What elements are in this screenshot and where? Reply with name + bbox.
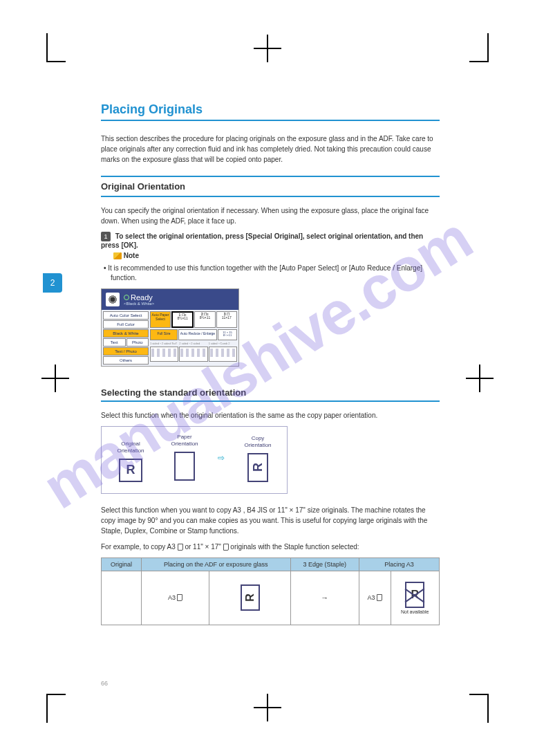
auto-paper-button[interactable]: Auto Paper Select (150, 311, 171, 328)
note-bullet: It is recommended to use this function t… (111, 264, 440, 283)
body-text: You can specify the original orientation… (101, 205, 440, 226)
copier-icon (106, 293, 120, 306)
printer-display: Ready <Black & White> Auto Color Select … (101, 288, 239, 367)
note-label: Note (124, 252, 139, 259)
auto-reduce-button[interactable]: Auto Reduce / Enlarge (178, 329, 217, 340)
duplex-1[interactable] (150, 347, 178, 362)
section-2-title: Selecting the standard orientation (101, 387, 440, 402)
orient-label-3: Copy Orientation (237, 435, 279, 448)
tray-2[interactable]: 2 ☐≡8½×11 (194, 311, 215, 328)
not-available: Not available (395, 609, 435, 614)
page-number: 66 (101, 680, 108, 687)
paper-orient-icon (174, 452, 195, 481)
cell-size-2: A3 (359, 571, 391, 625)
original-paper-icon: R (119, 459, 142, 482)
chapter-tab: 2 (43, 273, 62, 293)
text-photo-button[interactable]: Text / Photo (103, 347, 149, 356)
note-icon (113, 252, 122, 259)
copy-orient-icon: R (247, 453, 268, 482)
landscape-icon (377, 594, 382, 601)
status-mode: <Black & White> (124, 302, 154, 306)
landscape-icon (223, 544, 229, 551)
body-3: Select this function when you want to co… (101, 505, 440, 536)
landscape-icon (178, 544, 183, 551)
others-button[interactable]: Others (103, 356, 149, 365)
intro-text: This section describes the procedure for… (101, 133, 440, 165)
auto-color-button[interactable]: Auto Color Select (103, 311, 149, 320)
orientation-diagram: Original Orientation R Paper Orientation… (101, 426, 288, 493)
duplex-labels: 1 sided→2 sided:TtoT2 sided→2 sided1 sid… (150, 342, 237, 345)
body-2: Select this function when the original o… (101, 410, 440, 421)
status-ready: Ready (124, 293, 154, 302)
orientation-table: Original Placing on the ADF or exposure … (101, 557, 440, 625)
cell-size-1: A3 (141, 571, 209, 625)
orient-label-2: Paper Orientation (164, 434, 205, 447)
cell-original (102, 571, 142, 625)
step-text: To select the original orientation, pres… (101, 232, 423, 249)
page-content: Placing Originals This section describes… (101, 102, 440, 625)
th-staple: 3 Edge (Staple) (290, 557, 359, 571)
cell-paper-bad: R Not available (391, 571, 439, 625)
cell-paper-1: R (209, 571, 290, 625)
cell-arrow: → (290, 571, 359, 625)
page-title: Placing Originals (101, 102, 440, 121)
th-placing-a3: Placing A3 (359, 557, 440, 571)
bw-button[interactable]: Black & White (103, 329, 149, 338)
duplex-2[interactable] (179, 347, 207, 362)
tray-1[interactable]: 1 ☐≡8½×11 (171, 311, 194, 328)
arrow-icon: ⇨ (218, 453, 225, 463)
step-1: 1 To select the original orientation, pr… (101, 232, 440, 249)
duplex-3[interactable] (209, 347, 237, 362)
full-size-button[interactable]: Full Size (150, 329, 178, 340)
full-color-button[interactable]: Full Color (103, 320, 149, 329)
orient-label-1: Original Orientation (110, 441, 151, 454)
preset-ratio[interactable]: 11 × 15 8½×11 (218, 329, 237, 340)
section-title: Original Orientation (101, 176, 440, 197)
th-original: Original (102, 557, 142, 571)
note-line: Note (113, 252, 440, 259)
tray-3[interactable]: 3 ☐11×17 (216, 311, 237, 328)
photo-button[interactable]: Photo (126, 338, 149, 347)
text-button[interactable]: Text (103, 338, 126, 347)
portrait-icon (177, 594, 182, 601)
th-placing-adf: Placing on the ADF or exposure glass (141, 557, 290, 571)
step-number: 1 (101, 232, 111, 241)
body-4: For example, to copy A3 or 11" × 17" ori… (101, 542, 440, 552)
display-header: Ready <Black & White> (102, 289, 238, 310)
